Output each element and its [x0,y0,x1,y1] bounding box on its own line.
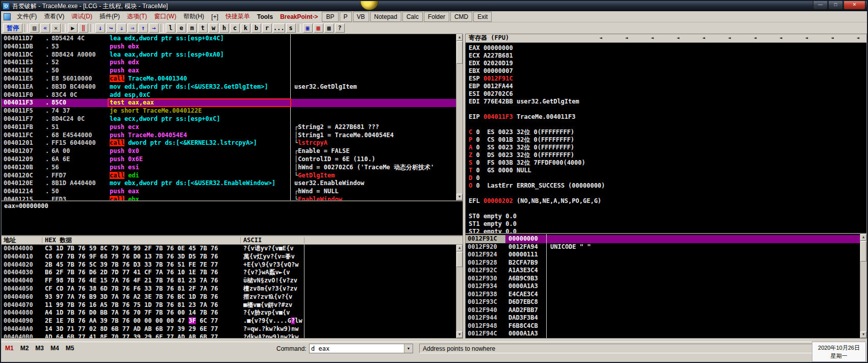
menu-plugins[interactable]: 插件(P) [96,11,123,22]
register-line[interactable]: D 0 [469,174,866,182]
menu-help[interactable]: 帮助(H) [180,11,208,22]
close-button[interactable]: ✕ [844,1,865,10]
disasm-row[interactable]: 00401214.50push eax┌hWnd = NULL [2,188,463,196]
menu-window[interactable]: 窗口(W) [150,11,180,22]
disasm-row[interactable]: 00401209.6A 6Epush 0x6E│ControlID = 6E (… [2,155,463,164]
scroll-thumb[interactable] [456,252,463,267]
disasm-row[interactable]: 004011DB.53push ebx [2,43,463,51]
scroll-up-button[interactable]: ▲ [456,245,463,251]
register-line[interactable]: EDI 776E42BB user32.GetDlgItem [469,98,866,106]
stack-row[interactable]: 0012F928B2CFA7B9 [466,259,866,267]
step-over-icon[interactable]: ↪ [106,23,116,33]
disasm-row[interactable]: 004011F5.74 37je short TraceMe.0040122E [2,107,463,115]
register-line[interactable]: ESP 0012F91C [469,75,866,83]
disasm-row[interactable]: 00401207.6A 00push 0x0┌Enable = FALSE [2,147,463,155]
command-input[interactable] [310,344,404,353]
executables-window-button[interactable]: e [176,23,186,33]
pause-plugin-button[interactable]: 暂停 [3,23,22,33]
disasm-row[interactable]: 004011DC.8D8424 A0000lea eax,dword ptr s… [2,51,463,59]
register-line[interactable]: S 0 FS 003B 32位 7FFDF000(4000) [469,159,866,167]
register-line[interactable]: P 0 CS 001B 32位 0(FFFFFFFF) [469,136,866,144]
stack-row[interactable]: 0012F9200012FA94UNICODE " " [466,243,866,251]
menu-options[interactable]: 选项(T) [123,11,150,22]
scroll-thumb[interactable] [860,241,866,262]
cpu-window-button[interactable]: c [230,23,240,33]
scroll-thumb[interactable] [456,41,463,64]
register-line[interactable]: C 0 ES 0023 32位 0(FFFFFFFF) [469,128,866,136]
step-into-icon[interactable]: ↓ [95,23,105,33]
stack-row[interactable]: 0012F91C00000000 [466,235,866,243]
menu-tools[interactable]: Tools [253,12,276,22]
dump-row[interactable]: 00404050CF CD 7A 76 38 6D 7B 76 F6 33 7B… [2,285,463,293]
animate-over-icon[interactable]: ⇒ [127,23,137,33]
disasm-row[interactable]: 00401215.FFD3call ebx└EnableWindow [2,196,463,201]
disasm-row[interactable]: 00401201.FF15 6040400call dword ptr ds:[… [2,139,463,147]
scroll-up-button[interactable]: ▲ [456,34,463,41]
register-line[interactable]: ST0 empty 0.0 [469,213,866,220]
maximize-button[interactable]: □ [828,1,843,10]
scroll-down-button[interactable]: ▼ [860,331,866,338]
references-window-button[interactable]: r [262,23,272,33]
dump-row[interactable]: 004040202B 45 7B 76 5C 39 7B 76 D3 33 7B… [2,261,463,269]
scroll-down-button[interactable]: ▼ [456,331,463,338]
threads-window-button[interactable]: t [198,23,208,33]
disasm-row[interactable]: 004011F7.8D4C24 0Clea ecx,dword ptr ss:[… [2,115,463,123]
minimize-button[interactable]: — [813,1,828,10]
dump-row[interactable]: 004040B0AD 64 6B 77 41 8F 70 77 39 29 6E… [2,333,463,339]
log-window-button[interactable]: l [166,23,175,33]
menu-calc[interactable]: Calc [402,12,423,22]
dump-row[interactable]: 00404080A4 1D 7B 76 D0 BB 7A 76 70 7F 7B… [2,309,463,317]
breakpoints-window-button[interactable]: b [251,23,261,33]
disasm-row[interactable]: 0040120B.56push esi│hWnd = 002702C6 ('Tr… [2,164,463,172]
goto-icon[interactable]: → [149,23,159,33]
dump-row[interactable]: 00404040FF 98 7B 76 4E 15 7A 76 4F 21 7B… [2,277,463,285]
disasm-row[interactable]: 004011F3.85C0test eax,eax [2,99,463,107]
register-line[interactable]: ST2 empty 0.0 [469,228,866,234]
register-line[interactable]: EDX 02020D19 [469,60,866,67]
m4-button[interactable]: M4 [50,345,59,352]
dump-row[interactable]: 004040A014 3D 71 77 02 8D 6B 77 AD AB 6B… [2,325,463,333]
dump-row[interactable]: 0040407011 99 7B 76 16 A5 7B 76 75 1D 7B… [2,301,463,309]
options-icon[interactable]: ▦ [314,23,323,33]
run-icon[interactable]: ▶ [68,23,78,33]
register-line[interactable]: EIP 004011F3 TraceMe.004011F3 [469,113,866,121]
disasm-row[interactable]: 004011FC.68 E4544000push TraceMe.004054E… [2,132,463,140]
register-line[interactable]: ESI 002702C6 [469,90,866,98]
scroll-up-button[interactable]: ▲ [860,234,866,241]
appearance-icon[interactable]: ▩ [324,23,334,33]
menu-folder[interactable]: Folder [424,12,449,22]
stack-row[interactable]: 0012F930A6B9C9B3 [466,275,866,283]
stack-row[interactable]: 0012F93CD6D7EBC8 [466,298,866,306]
dump-row[interactable]: 0040406093 97 7A 76 B9 3D 7A 76 A2 3E 7B… [2,293,463,301]
disassembly-scrollbar[interactable]: ▲ ▼ [456,34,463,200]
disasm-row[interactable]: 0040120C.FFD7call edi└GetDlgItem [2,172,463,180]
stack-row[interactable]: 0012F92CA1A3E3C4 [466,267,866,275]
register-line[interactable] [469,205,866,213]
dump-scrollbar[interactable]: ▲ ▼ [456,245,463,338]
call-stack-window-button[interactable]: k [241,23,250,33]
open-file-icon[interactable]: ▤ [30,23,39,33]
menu-plus[interactable]: [+] [208,12,222,22]
source-window-button[interactable]: s [286,23,296,33]
menu-bp[interactable]: BP [322,12,338,22]
menu-cmd[interactable]: CMD [450,12,472,22]
dump-row[interactable]: 004040902E 1E 7B 76 AA 39 7B 76 00 00 00… [2,317,463,325]
disasm-row[interactable]: 004011E5.E8 56010000call TraceMe.0040134… [2,75,463,83]
stack-row[interactable]: 0012F9340000A1A3 [466,282,866,291]
m2-button[interactable]: M2 [20,345,29,352]
close-window-icon[interactable]: ✕ [51,23,61,33]
register-line[interactable] [469,190,866,197]
menu-file[interactable]: 文件(F) [13,11,40,22]
disasm-row[interactable]: 004011D7.8D5424 4Clea edx,dword ptr ss:[… [2,35,463,43]
menu-view[interactable]: 查看(V) [40,11,68,22]
dump-row[interactable]: 00404010C8 67 7B 76 9F 68 79 76 D0 13 7B… [2,253,463,261]
stack-row[interactable]: 0012F940AAD2FBB7 [466,306,866,315]
m3-button[interactable]: M3 [35,345,44,352]
menu-notepad[interactable]: Notepad [370,12,401,22]
register-line[interactable] [469,106,866,113]
register-line[interactable]: EFL 00000202 (NO,NB,NE,A,NS,PO,GE,G) [469,197,866,205]
stack-row[interactable]: 0012F948F6B8C4CB [466,322,866,330]
memory-window-button[interactable]: m [187,23,197,33]
pause-icon[interactable]: ‖ [79,23,88,33]
disasm-row[interactable]: 004011FB.51push ecx┌String2 = A227B681 ?… [2,123,463,132]
